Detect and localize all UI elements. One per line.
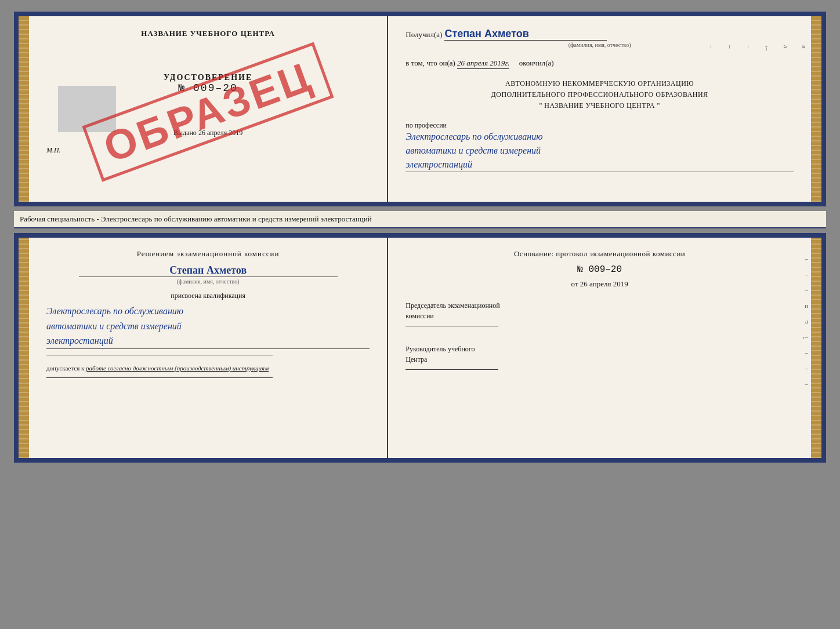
spine-right-bottom bbox=[811, 238, 821, 458]
issued-line: Выдано 26 апреля 2019 bbox=[46, 129, 370, 137]
mp-line: М.П. bbox=[46, 146, 370, 155]
qual-line3: электростанций bbox=[46, 336, 113, 346]
vtom-line: в том, что он(а) 26 апреля 2019г. окончи… bbox=[405, 59, 794, 68]
edge-mark-2: а bbox=[783, 45, 790, 50]
profession-text: Электрослесарь по обслуживанию автоматик… bbox=[405, 130, 794, 172]
dopusk-line: допускается к работе согласно должностны… bbox=[46, 365, 370, 372]
bmark-2: – bbox=[805, 271, 809, 278]
ot-prefix: от bbox=[571, 279, 578, 288]
received-prefix: Получил(а) bbox=[405, 30, 442, 39]
bmark-7: – bbox=[805, 349, 809, 356]
decision-name: Степан Ахметов bbox=[79, 264, 338, 277]
cert-title: НАЗВАНИЕ УЧЕБНОГО ЦЕНТРА bbox=[141, 29, 275, 38]
rukovoditel-label: Руководитель учебного Центра bbox=[405, 344, 794, 365]
bmark-1: – bbox=[805, 255, 809, 262]
decision-title: Решением экзаменационной комиссии bbox=[46, 249, 370, 259]
dopusk-value: работе согласно должностным (производств… bbox=[86, 365, 269, 372]
bmark-5: а bbox=[805, 318, 808, 325]
chairman-sign-line bbox=[405, 326, 498, 326]
protocol-number-value: 009–20 bbox=[588, 264, 622, 275]
fio-label-bottom: (фамилия, имя, отчество) bbox=[46, 278, 370, 285]
bmark-9: – bbox=[805, 380, 809, 387]
edge-mark-6: – bbox=[708, 45, 715, 50]
ruk-line2: Центра bbox=[405, 355, 427, 363]
bmark-6: ‹– bbox=[803, 333, 808, 340]
ruk-line1: Руководитель учебного bbox=[405, 345, 475, 353]
qualification-label: присвоена квалификация bbox=[46, 292, 370, 300]
chairman-line1: Председатель экзаменационной bbox=[405, 301, 499, 310]
chairman-block: Председатель экзаменационной комиссии bbox=[405, 300, 794, 326]
issued-label: Выдано bbox=[173, 129, 197, 137]
bottom-right-marks: – – – и а ‹– – – – bbox=[803, 255, 808, 387]
page-container: НАЗВАНИЕ УЧЕБНОГО ЦЕНТРА УДОСТОВЕРЕНИЕ №… bbox=[14, 12, 826, 463]
cert-number-prefix: № bbox=[178, 82, 186, 94]
cert-number: № 009–20 bbox=[46, 82, 370, 94]
bmark-4: и bbox=[805, 302, 808, 309]
chairman-label: Председатель экзаменационной комиссии bbox=[405, 300, 794, 321]
org-line1: АВТОНОМНУЮ НЕКОММЕРЧЕСКУЮ ОРГАНИЗАЦИЮ bbox=[505, 79, 694, 88]
obrazec-border: ОБРАЗЕЦ bbox=[82, 42, 334, 181]
org-block: АВТОНОМНУЮ НЕКОММЕРЧЕСКУЮ ОРГАНИЗАЦИЮ ДО… bbox=[405, 78, 794, 112]
qual-line1: Электрослесарь по обслуживанию bbox=[46, 306, 183, 316]
prof-line3: электростанций bbox=[405, 159, 472, 169]
received-name: Степан Ахметов bbox=[444, 28, 607, 41]
bottom-document: Решением экзаменационной комиссии Степан… bbox=[14, 233, 826, 463]
edge-mark-3: ‹– bbox=[764, 45, 771, 50]
prof-line2: автоматики и средств измерений bbox=[405, 146, 541, 155]
specialty-label: Рабочая специальность - Электрослесарь п… bbox=[14, 211, 826, 228]
edge-mark-5: – bbox=[727, 45, 734, 50]
org-line2: ДОПОЛНИТЕЛЬНОГО ПРОФЕССИОНАЛЬНОГО ОБРАЗО… bbox=[491, 90, 708, 99]
edge-mark-1: и bbox=[801, 45, 808, 50]
spine-right bbox=[811, 16, 821, 202]
qual-line2: автоматики и средств измерений bbox=[46, 321, 182, 331]
top-left-panel: НАЗВАНИЕ УЧЕБНОГО ЦЕНТРА УДОСТОВЕРЕНИЕ №… bbox=[29, 16, 388, 202]
edge-mark-4: – bbox=[745, 45, 752, 50]
dopusk-prefix: допускается к bbox=[46, 365, 84, 372]
spine-left-bottom bbox=[19, 238, 29, 458]
cert-number-value: 009–20 bbox=[193, 82, 238, 94]
vtom-date: 26 апреля 2019г. bbox=[457, 59, 509, 69]
qual-sign-line bbox=[46, 355, 273, 355]
osnovaniye-title: Основание: протокол экзаменационной коми… bbox=[405, 249, 794, 259]
issued-date: 26 апреля 2019 bbox=[198, 129, 242, 137]
rukovoditel-sign-line bbox=[405, 369, 498, 370]
spine-left bbox=[19, 16, 29, 202]
org-line3: " НАЗВАНИЕ УЧЕБНОГО ЦЕНТРА " bbox=[539, 101, 660, 110]
rukovoditel-block: Руководитель учебного Центра bbox=[405, 344, 794, 370]
bottom-right-panel: Основание: протокол экзаменационной коми… bbox=[388, 238, 811, 458]
cert-subtitle: УДОСТОВЕРЕНИЕ bbox=[46, 73, 370, 82]
bottom-left-panel: Решением экзаменационной комиссии Степан… bbox=[29, 238, 388, 458]
po-professii-label: по профессии bbox=[405, 121, 794, 130]
top-right-panel: Получил(а) Степан Ахметов (фамилия, имя,… bbox=[388, 16, 811, 202]
right-edge-marks: и а ‹– – – – bbox=[708, 45, 808, 50]
bmark-3: – bbox=[805, 286, 809, 293]
bmark-8: – bbox=[805, 365, 809, 372]
ot-date-value: 26 апреля 2019 bbox=[580, 279, 628, 288]
cert-title-area: НАЗВАНИЕ УЧЕБНОГО ЦЕНТРА bbox=[46, 28, 370, 38]
okoncil: окончил(а) bbox=[519, 59, 554, 67]
protocol-number-prefix: № bbox=[577, 264, 583, 275]
protocol-number: № 009–20 bbox=[405, 264, 794, 275]
qualification-text: Электрослесарь по обслуживанию автоматик… bbox=[46, 304, 370, 349]
prof-line1: Электрослесарь по обслуживанию bbox=[405, 132, 542, 141]
ot-date: от 26 апреля 2019 bbox=[405, 279, 794, 289]
vtom-prefix: в том, что он(а) bbox=[405, 59, 455, 67]
top-document: НАЗВАНИЕ УЧЕБНОГО ЦЕНТРА УДОСТОВЕРЕНИЕ №… bbox=[14, 12, 826, 206]
chairman-line2: комиссии bbox=[405, 312, 434, 320]
dopusk-sign-line bbox=[46, 377, 273, 378]
